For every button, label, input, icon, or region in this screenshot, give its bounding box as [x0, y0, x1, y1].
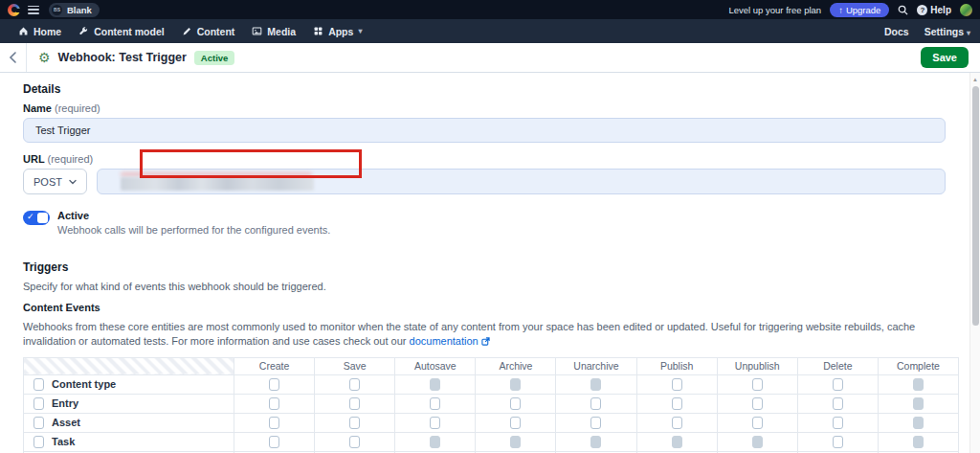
column-header: Unpublish: [717, 357, 797, 374]
entity-row-checkbox[interactable]: [33, 417, 44, 429]
content-events-heading: Content Events: [23, 302, 946, 313]
back-button[interactable]: [0, 43, 27, 72]
question-icon: ?: [917, 5, 927, 15]
page-title: Webhook: Test Trigger: [58, 51, 187, 64]
column-header: Delete: [797, 357, 878, 374]
event-checkbox[interactable]: [752, 378, 763, 391]
event-checkbox[interactable]: [430, 417, 440, 429]
event-checkbox[interactable]: [833, 378, 843, 391]
documentation-link[interactable]: documentation: [410, 335, 490, 347]
help-button[interactable]: ? Help: [917, 5, 951, 15]
table-row: Entry: [24, 394, 959, 413]
space-selector[interactable]: BS Blank: [49, 3, 100, 17]
upgrade-button[interactable]: ↑ Upgrade: [830, 3, 889, 17]
active-toggle-label: Active: [57, 210, 330, 221]
event-checkbox[interactable]: [590, 397, 601, 410]
redacted-url-blur: [121, 172, 312, 176]
pencil-icon: [182, 26, 192, 36]
webhook-form: Details Name (required) URL (required) P…: [0, 73, 980, 453]
vertical-scrollbar[interactable]: ▲: [969, 73, 980, 453]
nav-item-content[interactable]: Content: [173, 19, 244, 43]
column-header: Archive: [476, 357, 556, 374]
arrow-up-icon: ↑: [838, 5, 843, 15]
event-checkbox[interactable]: [349, 397, 360, 410]
event-checkbox[interactable]: [510, 397, 521, 410]
content-events-table: CreateSaveAutosaveArchiveUnarchivePublis…: [23, 357, 959, 453]
event-checkbox[interactable]: [430, 397, 440, 410]
nav-item-apps[interactable]: Apps ▾: [304, 19, 370, 43]
plan-upsell-text: Level up your free plan: [728, 5, 821, 15]
active-toggle[interactable]: ✓: [23, 211, 50, 225]
event-checkbox: [752, 436, 763, 448]
event-checkbox[interactable]: [833, 397, 843, 410]
chevron-down-icon: ▾: [358, 27, 362, 35]
event-checkbox[interactable]: [752, 397, 763, 410]
table-header-row: CreateSaveAutosaveArchiveUnarchivePublis…: [24, 357, 959, 374]
http-method-select[interactable]: POST: [23, 169, 87, 194]
active-toggle-description: Webhook calls will be performed for the …: [57, 224, 330, 236]
event-checkbox[interactable]: [349, 436, 360, 448]
event-checkbox[interactable]: [269, 378, 279, 391]
main-nav: Home Content model Content Media Apps ▾ …: [0, 19, 980, 43]
scrollbar-up-arrow[interactable]: ▲: [972, 77, 978, 82]
event-checkbox[interactable]: [752, 417, 763, 429]
event-checkbox[interactable]: [672, 378, 682, 391]
nav-item-media[interactable]: Media: [243, 19, 304, 43]
entity-row-label: Entry: [52, 397, 78, 409]
url-field-label: URL (required): [23, 153, 946, 165]
event-checkbox[interactable]: [672, 417, 682, 429]
event-checkbox[interactable]: [590, 417, 601, 429]
column-header: Complete: [878, 357, 958, 374]
nav-item-content-model[interactable]: Content model: [70, 19, 173, 43]
event-checkbox[interactable]: [833, 436, 843, 448]
home-icon: [18, 26, 29, 36]
entity-row-label: Content type: [52, 378, 116, 390]
redacted-url-blur: [121, 177, 314, 191]
event-checkbox[interactable]: [269, 436, 279, 448]
table-row: Task: [24, 432, 959, 451]
url-input[interactable]: [97, 169, 946, 194]
entity-row-checkbox[interactable]: [33, 397, 44, 410]
name-field-label: Name (required): [23, 102, 946, 114]
event-checkbox[interactable]: [269, 397, 279, 410]
event-checkbox: [430, 436, 440, 448]
event-checkbox[interactable]: [510, 417, 521, 429]
search-icon[interactable]: [898, 5, 908, 15]
details-heading: Details: [23, 82, 946, 96]
external-link-icon: [481, 337, 490, 346]
event-checkbox: [590, 436, 601, 448]
event-checkbox: [913, 397, 924, 410]
column-header: Autosave: [395, 357, 476, 374]
entity-row-checkbox[interactable]: [33, 378, 44, 391]
nav-item-settings[interactable]: Settings ▾: [924, 26, 970, 37]
event-checkbox: [913, 378, 924, 391]
apps-icon: [313, 26, 323, 36]
hamburger-menu-icon[interactable]: [28, 6, 39, 14]
chevron-left-icon: [9, 52, 17, 63]
event-checkbox: [913, 417, 924, 429]
event-checkbox[interactable]: [833, 417, 843, 429]
event-checkbox: [913, 436, 924, 448]
space-name: Blank: [67, 5, 92, 15]
table-row: Content type: [24, 374, 959, 394]
event-checkbox[interactable]: [349, 417, 360, 429]
scrollbar-thumb[interactable]: [972, 86, 979, 326]
status-badge: Active: [194, 51, 235, 65]
column-header: Unarchive: [556, 357, 636, 374]
user-avatar[interactable]: [960, 4, 972, 16]
event-checkbox: [510, 378, 521, 391]
event-checkbox: [510, 436, 521, 448]
nav-item-home[interactable]: Home: [10, 19, 70, 43]
event-checkbox[interactable]: [269, 417, 279, 429]
save-button[interactable]: Save: [921, 47, 969, 68]
webhook-settings-page: BS Blank Level up your free plan ↑ Upgra…: [0, 0, 980, 453]
column-header: Create: [234, 357, 315, 374]
nav-item-docs[interactable]: Docs: [884, 26, 909, 37]
event-checkbox[interactable]: [672, 397, 682, 410]
column-header: Publish: [636, 357, 717, 374]
chevron-down-icon: ▾: [967, 29, 970, 37]
entity-row-checkbox[interactable]: [33, 436, 44, 448]
event-checkbox[interactable]: [349, 378, 360, 391]
contentful-logo-icon[interactable]: [8, 4, 20, 16]
name-input[interactable]: [23, 118, 946, 143]
